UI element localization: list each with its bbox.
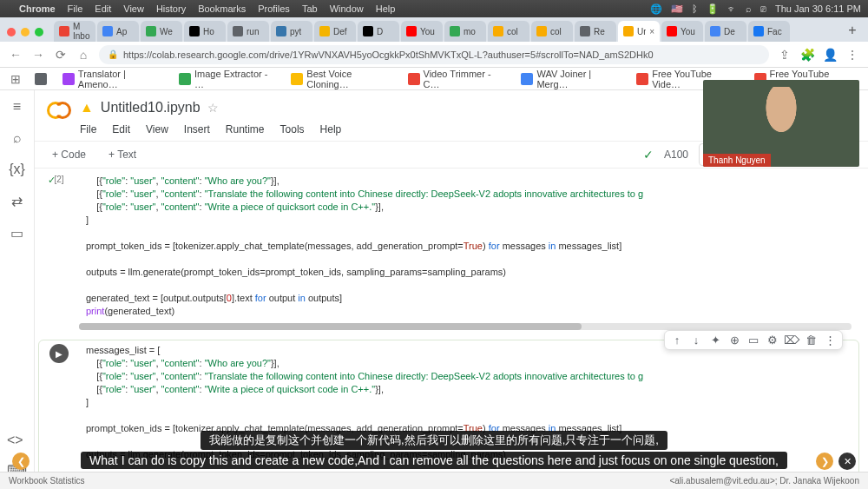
url-text: https://colab.research.google.com/drive/…	[123, 50, 654, 60]
flag-icon[interactable]: 🇺🇸	[671, 3, 683, 15]
link-cell-icon[interactable]: ⊕	[727, 334, 742, 347]
browser-tab-14[interactable]: You	[661, 21, 703, 42]
statusbar: Workbook Statistics <ali.abusalem@vit.ed…	[0, 472, 868, 489]
run-cell-button[interactable]: ▶	[49, 344, 69, 363]
app-name[interactable]: Chrome	[19, 3, 56, 14]
code-snippets-icon[interactable]: <>	[7, 433, 27, 448]
colab-menu-file[interactable]: File	[80, 123, 96, 135]
video-close-button[interactable]: ✕	[838, 453, 856, 470]
browser-tab-8[interactable]: You	[401, 21, 443, 42]
status-right: <ali.abusalem@vit.edu.au>; Dr. Janaka Wi…	[669, 476, 859, 486]
zoom-window[interactable]	[35, 28, 43, 36]
extensions-icon[interactable]: 🧩	[800, 48, 814, 62]
colab-menu-view[interactable]: View	[146, 123, 168, 135]
files-icon[interactable]: ▭	[10, 225, 23, 241]
new-tab-button[interactable]: +	[844, 23, 861, 42]
chrome-addressbar: ← → ⟳ ⌂ 🔒 https://colab.research.google.…	[0, 42, 868, 68]
browser-tab-12[interactable]: Re	[575, 21, 616, 42]
delete-cell-icon[interactable]: 🗑	[803, 334, 819, 347]
clock[interactable]: Thu Jan 30 6:11 PM	[775, 3, 861, 14]
variables-icon[interactable]: {x}	[9, 162, 25, 177]
more-icon[interactable]: ⋮	[822, 334, 838, 347]
menu-history[interactable]: History	[156, 3, 186, 14]
apps-icon[interactable]: ⊞	[9, 72, 23, 86]
menu-window[interactable]: Window	[330, 3, 364, 14]
browser-tab-13[interactable]: Unt×	[618, 21, 660, 42]
menu-edit[interactable]: Edit	[95, 3, 111, 14]
menu-view[interactable]: View	[123, 3, 144, 14]
secrets-icon[interactable]: ⇄	[11, 193, 23, 209]
browser-tab-2[interactable]: We	[141, 21, 182, 42]
minimize-window[interactable]	[21, 28, 30, 36]
settings-icon[interactable]: ⚙	[765, 334, 780, 347]
colab-menu-edit[interactable]: Edit	[112, 123, 130, 135]
close-window[interactable]	[7, 28, 16, 36]
bookmark-3[interactable]: Best Voice Cloning…	[291, 69, 395, 89]
colab-menu-tools[interactable]: Tools	[280, 123, 305, 135]
subtitle-zh: 我能做的是复制这个并创建一个新代码,然后我可以删除这里的所有问题,只专注于一个问…	[201, 431, 667, 450]
status-left[interactable]: Workbook Statistics	[9, 476, 85, 486]
browser-tab-10[interactable]: col	[488, 21, 529, 42]
video-prev-button[interactable]: ❮	[12, 453, 30, 470]
gemini-cell-icon[interactable]: ✦	[707, 334, 723, 347]
bookmark-5[interactable]: WAV Joiner | Merg…	[521, 69, 624, 89]
add-text-button[interactable]: + Text	[102, 146, 143, 163]
menu-tab[interactable]: Tab	[302, 3, 318, 14]
wifi-icon[interactable]: ᯤ	[727, 3, 737, 14]
hscroll-1[interactable]	[79, 323, 852, 330]
move-up-icon[interactable]: ↑	[669, 334, 685, 347]
lock-icon: 🔒	[108, 50, 118, 59]
bookmark-1[interactable]: Translator | Ameno…	[62, 69, 167, 89]
browser-tab-16[interactable]: Fac	[748, 21, 790, 42]
menu-file[interactable]: File	[68, 3, 83, 14]
video-next-button[interactable]: ❯	[816, 453, 833, 470]
star-icon[interactable]: ☆	[207, 101, 219, 115]
browser-tab-3[interactable]: Ho	[184, 21, 226, 42]
code-editor-1[interactable]: [{"role": "user", "content": "Who are yo…	[79, 171, 858, 321]
mirror-icon[interactable]: ⌦	[784, 334, 799, 347]
comment-icon[interactable]: ▭	[746, 334, 761, 347]
document-title[interactable]: Untitled10.ipynb	[101, 100, 201, 116]
forward-button[interactable]: →	[31, 48, 45, 62]
menu-bookmarks[interactable]: Bookmarks	[198, 3, 246, 14]
browser-tab-4[interactable]: run	[227, 21, 269, 42]
browser-tab-1[interactable]: Ap	[97, 21, 139, 42]
home-button[interactable]: ⌂	[76, 48, 90, 62]
browser-tab-5[interactable]: pyt	[271, 21, 312, 42]
browser-tab-11[interactable]: col	[531, 21, 573, 42]
bluetooth-icon[interactable]: ᛒ	[692, 3, 698, 14]
checkmark-icon: ✓	[643, 148, 654, 162]
browser-tab-0[interactable]: M Inbo	[54, 21, 95, 42]
code-cell-1[interactable]: ✓ [2] [{"role": "user", "content": "Who …	[38, 170, 859, 334]
close-tab-icon[interactable]: ×	[649, 27, 654, 36]
reload-button[interactable]: ⟳	[54, 48, 68, 62]
bookmark-0[interactable]	[35, 69, 50, 89]
colab-menu-insert[interactable]: Insert	[184, 123, 210, 135]
colab-logo[interactable]	[47, 96, 71, 120]
move-down-icon[interactable]: ↓	[688, 334, 704, 347]
share-icon[interactable]: ⇪	[778, 48, 792, 62]
colab-menu-help[interactable]: Help	[320, 123, 342, 135]
bookmark-2[interactable]: Image Extractor - …	[179, 69, 279, 89]
window-controls	[7, 28, 43, 42]
back-button[interactable]: ←	[9, 48, 23, 62]
runtime-type[interactable]: A100	[664, 149, 688, 161]
browser-tab-6[interactable]: Def	[314, 21, 356, 42]
browser-tab-15[interactable]: De	[705, 21, 746, 42]
battery-icon[interactable]: 🔋	[707, 3, 719, 15]
chrome-menu[interactable]: ⋮	[845, 48, 859, 62]
url-field[interactable]: 🔒 https://colab.research.google.com/driv…	[99, 45, 769, 64]
input-icon[interactable]: 🌐	[650, 3, 662, 15]
toc-icon[interactable]: ≡	[13, 99, 21, 115]
bookmark-4[interactable]: Video Trimmer - C…	[408, 69, 510, 89]
browser-tab-7[interactable]: D	[358, 21, 399, 42]
colab-menu-runtime[interactable]: Runtime	[226, 123, 265, 135]
control-center-icon[interactable]: ⎚	[760, 3, 766, 14]
profile-icon[interactable]: 👤	[823, 48, 837, 62]
add-code-button[interactable]: + Code	[45, 146, 93, 163]
menu-help[interactable]: Help	[376, 3, 396, 14]
menu-profiles[interactable]: Profiles	[258, 3, 290, 14]
browser-tab-9[interactable]: mo	[444, 21, 486, 42]
search-icon[interactable]: ⌕	[13, 130, 22, 146]
spotlight-icon[interactable]: ⌕	[746, 3, 752, 14]
